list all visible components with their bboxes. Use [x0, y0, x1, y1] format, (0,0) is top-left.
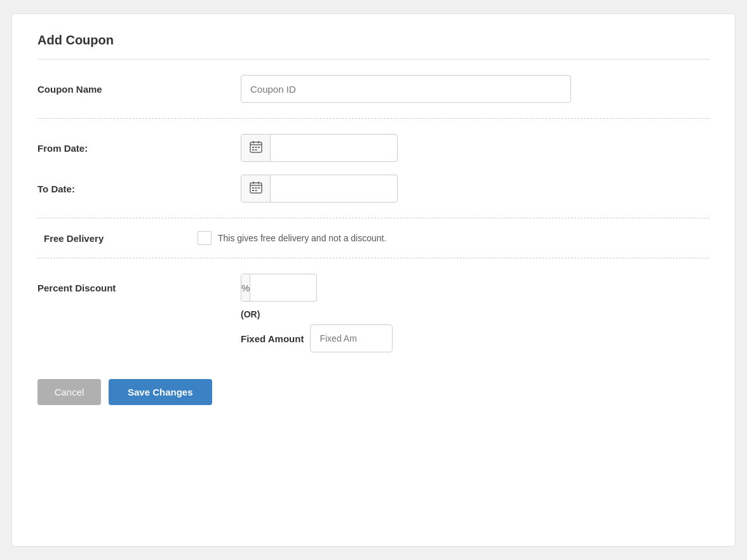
- or-label: (OR): [241, 309, 710, 319]
- from-date-icon-box: [241, 135, 271, 161]
- page-title: Add Coupon: [37, 33, 710, 60]
- svg-rect-17: [255, 190, 257, 191]
- calendar-icon-to: [250, 181, 262, 197]
- from-date-input[interactable]: [271, 135, 397, 161]
- coupon-name-input[interactable]: [241, 75, 571, 103]
- free-delivery-description: This gives free delivery and not a disco…: [218, 233, 386, 243]
- cancel-button[interactable]: Cancel: [37, 379, 101, 405]
- svg-rect-16: [252, 190, 254, 191]
- fixed-amount-label: Fixed Amount: [241, 333, 304, 344]
- date-section: From Date:: [37, 119, 710, 218]
- svg-rect-8: [255, 149, 257, 150]
- free-delivery-checkbox[interactable]: [198, 231, 212, 245]
- coupon-name-label: Coupon Name: [37, 84, 241, 95]
- from-date-row: From Date:: [37, 134, 710, 162]
- from-date-label: From Date:: [37, 143, 241, 154]
- to-date-wrapper: [241, 175, 398, 203]
- discount-section: Percent Discount % (OR) Fixed Amount: [37, 258, 710, 359]
- free-delivery-section: Free Delivery This gives free delivery a…: [37, 218, 710, 258]
- button-row: Cancel Save Changes: [37, 379, 710, 405]
- delivery-checkbox-area: This gives free delivery and not a disco…: [198, 231, 386, 245]
- to-date-row: To Date:: [37, 175, 710, 203]
- percent-discount-row: Percent Discount %: [37, 274, 710, 302]
- percent-discount-input[interactable]: [250, 274, 317, 301]
- from-date-wrapper: [241, 134, 398, 162]
- percent-input-wrapper: %: [241, 274, 317, 302]
- svg-rect-5: [255, 147, 257, 148]
- add-coupon-form: Add Coupon Coupon Name From Date:: [11, 13, 736, 547]
- to-date-input[interactable]: [271, 175, 397, 202]
- fixed-amount-input[interactable]: [310, 324, 393, 352]
- svg-rect-14: [255, 187, 257, 189]
- svg-rect-13: [252, 187, 254, 189]
- coupon-name-row: Coupon Name: [37, 75, 710, 103]
- to-date-label: To Date:: [37, 183, 241, 194]
- svg-rect-7: [252, 149, 254, 150]
- percent-discount-label: Percent Discount: [37, 283, 241, 293]
- fixed-amount-row: Fixed Amount: [241, 324, 710, 352]
- calendar-icon-from: [250, 140, 262, 156]
- or-fixed-group: (OR) Fixed Amount: [241, 309, 710, 352]
- coupon-name-section: Coupon Name: [37, 60, 710, 119]
- percent-symbol: %: [241, 274, 250, 301]
- svg-rect-6: [258, 147, 260, 148]
- svg-rect-15: [258, 187, 260, 189]
- save-button[interactable]: Save Changes: [109, 379, 212, 405]
- free-delivery-label: Free Delivery: [44, 232, 120, 245]
- svg-rect-4: [252, 147, 254, 148]
- to-date-icon-box: [241, 175, 271, 202]
